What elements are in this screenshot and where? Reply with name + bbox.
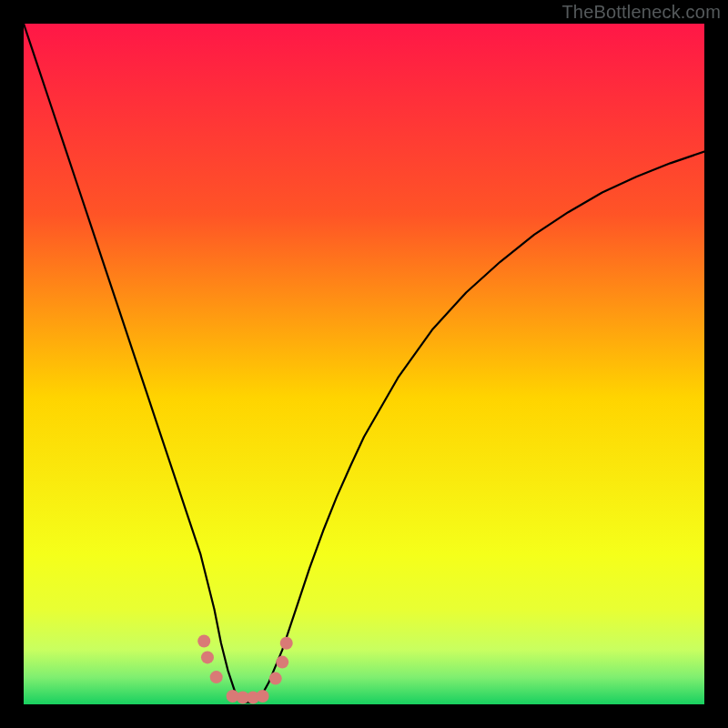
watermark-text: TheBottleneck.com: [561, 2, 721, 23]
data-marker: [276, 656, 288, 669]
data-marker: [197, 634, 210, 647]
data-marker: [269, 672, 282, 685]
data-marker: [280, 637, 293, 650]
data-marker: [257, 690, 269, 703]
chart-frame: TheBottleneck.com: [0, 0, 728, 728]
chart-svg: [24, 24, 704, 704]
data-marker: [210, 671, 223, 683]
gradient-background: [24, 24, 704, 704]
chart-plot-area: [24, 24, 704, 704]
data-marker: [201, 651, 214, 663]
